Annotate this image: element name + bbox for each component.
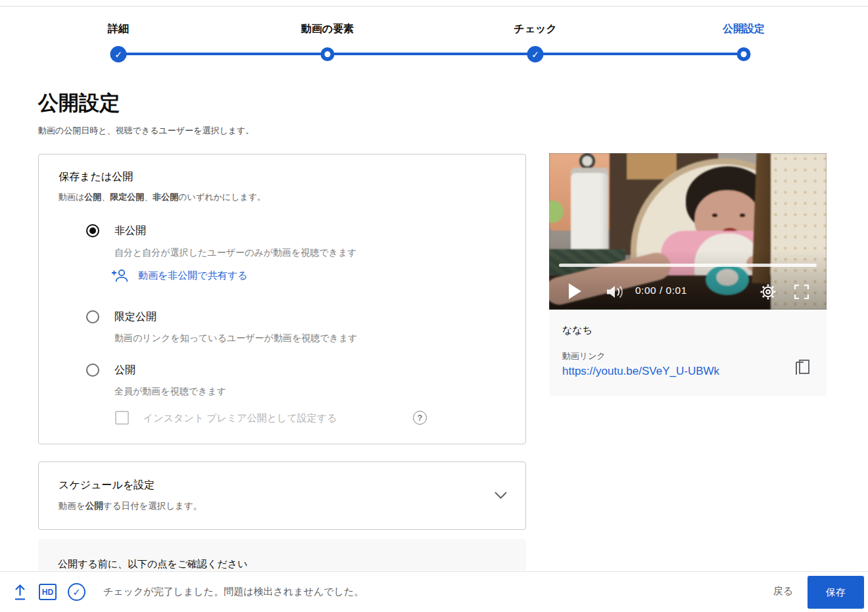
footer-status-text: チェックが完了しました。問題は検出されませんでした。	[103, 586, 364, 598]
save-button[interactable]: 保存	[808, 576, 864, 609]
video-info-panel: ななち 動画リンク https://youtu.be/SVeY_U-UBWk	[549, 310, 827, 396]
radio-private[interactable]	[86, 224, 99, 237]
video-title: ななち	[562, 324, 592, 337]
play-icon[interactable]	[569, 283, 581, 299]
schedule-card[interactable]: スケジュールを設定 動画を公開する日付を選択します。	[38, 461, 526, 530]
schedule-description: 動画を公開する日付を選択します。	[59, 500, 202, 512]
step-done-icon[interactable]: ✓	[527, 46, 544, 62]
premiere-checkbox-label: インスタント プレミア公開として設定する	[143, 412, 337, 425]
header-divider	[0, 6, 868, 7]
tab-checks[interactable]: チェック	[514, 22, 557, 36]
tab-details[interactable]: 詳細	[108, 22, 129, 36]
settings-gear-icon[interactable]	[760, 283, 777, 303]
radio-public-label[interactable]: 公開	[114, 364, 135, 377]
visibility-heading: 保存または公開	[59, 170, 133, 184]
step-circle-icon[interactable]	[321, 46, 335, 61]
page-subtitle: 動画の公開日時と、視聴できるユーザーを選択します。	[38, 125, 254, 137]
video-link-url[interactable]: https://youtu.be/SVeY_U-UBWk	[562, 365, 719, 378]
upload-status-icon	[12, 583, 28, 604]
pre-publish-checks-panel[interactable]: 公開する前に、以下の点をご確認ください	[38, 539, 526, 571]
tab-visibility[interactable]: 公開設定	[723, 22, 765, 36]
step-circle-icon[interactable]	[737, 46, 751, 61]
radio-public-description: 全員が動画を視聴できます	[114, 386, 226, 398]
video-thumbnail	[549, 153, 827, 310]
schedule-title: スケジュールを設定	[59, 479, 155, 492]
video-progress-bar[interactable]	[559, 264, 817, 267]
fullscreen-icon[interactable]	[794, 285, 809, 302]
page-title: 公開設定	[38, 89, 120, 117]
visibility-card: 保存または公開 動画は公開、限定公開、非公開のいずれかにします。 非公開 自分と…	[38, 154, 526, 444]
video-player[interactable]: 0:00 / 0:01	[549, 153, 827, 310]
premiere-help-icon[interactable]: ?	[413, 411, 427, 425]
step-done-icon[interactable]: ✓	[110, 46, 127, 62]
visibility-subheading: 動画は公開、限定公開、非公開のいずれかにします。	[59, 191, 266, 203]
hd-status-icon: HD	[39, 584, 57, 600]
share-privately-link[interactable]: 動画を非公開で共有する	[111, 269, 247, 283]
back-button[interactable]: 戻る	[767, 585, 799, 598]
video-time: 0:00 / 0:01	[635, 285, 687, 296]
share-privately-label: 動画を非公開で共有する	[138, 270, 247, 282]
copy-link-icon[interactable]	[794, 357, 811, 379]
radio-public[interactable]	[86, 364, 99, 377]
radio-unlisted-description: 動画のリンクを知っているユーザーが動画を視聴できます	[114, 333, 358, 344]
premiere-checkbox[interactable]	[115, 411, 129, 425]
radio-private-label[interactable]: 非公開	[114, 224, 146, 238]
person-add-icon	[111, 269, 129, 283]
pre-publish-checks-text: 公開する前に、以下の点をご確認ください	[58, 557, 248, 571]
checks-done-icon: ✓	[68, 583, 85, 601]
upload-dialog: 詳細 動画の要素 チェック 公開設定 ✓ ✓ 公開設定 動画の公開日時と、視聴で…	[0, 0, 868, 612]
video-link-label: 動画リンク	[562, 350, 606, 362]
radio-unlisted-label[interactable]: 限定公開	[114, 310, 157, 324]
stepper-line	[118, 53, 744, 55]
footer-bar: HD ✓ チェックが完了しました。問題は検出されませんでした。 戻る 保存	[0, 571, 868, 612]
radio-unlisted[interactable]	[86, 310, 99, 323]
radio-private-description: 自分と自分が選択したユーザーのみが動画を視聴できます	[114, 247, 357, 259]
chevron-down-icon[interactable]	[494, 490, 507, 502]
volume-icon[interactable]	[604, 283, 625, 304]
tab-video-elements[interactable]: 動画の要素	[301, 22, 354, 36]
